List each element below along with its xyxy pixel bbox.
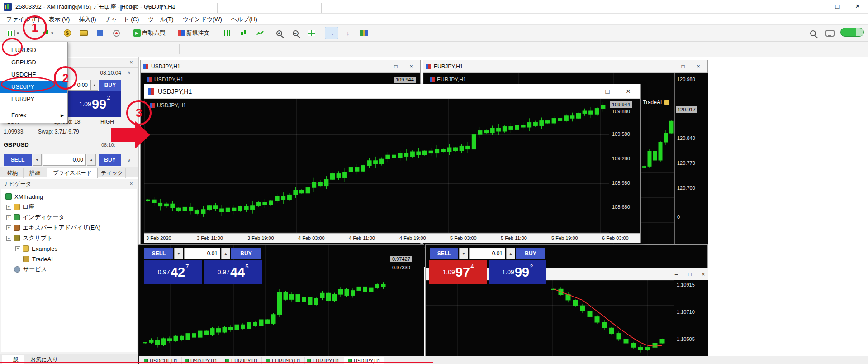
- channel-tool-button[interactable]: ∥: [115, 2, 127, 14]
- tab-ticks[interactable]: ティック: [99, 168, 126, 178]
- price-scale[interactable]: 0.97427 0.97330: [389, 245, 424, 364]
- signals-button[interactable]: [109, 27, 123, 39]
- price-scale[interactable]: 120.980 120.917 120.840 120.770 120.700 …: [674, 73, 708, 267]
- menu-item-eurjpy[interactable]: EURJPY: [0, 93, 67, 105]
- volume-field-2[interactable]: 0.00: [43, 154, 86, 166]
- tree-item-accounts[interactable]: +口座: [6, 202, 34, 211]
- chart-plot-area[interactable]: USDJPY,H1: [144, 99, 609, 233]
- tree-item-services[interactable]: サービス: [14, 265, 47, 274]
- chart-window-eurusd[interactable]: – □ × 1.10915 1.10710 1.10505 SELL ▼ 0.0…: [425, 244, 708, 364]
- order-type-dropdown[interactable]: ▼: [174, 248, 183, 259]
- volume-field[interactable]: 0.01: [469, 248, 505, 259]
- line-chart-mode-button[interactable]: [253, 27, 267, 39]
- expand-toggle-icon[interactable]: +: [6, 225, 11, 230]
- price-scale[interactable]: 109.944 109.880 109.580 109.280 108.980 …: [609, 99, 640, 233]
- window-close-button[interactable]: ×: [848, 0, 868, 13]
- shapes-tool-button[interactable]: ◻: [142, 2, 154, 14]
- chart-close-button[interactable]: ×: [405, 62, 417, 72]
- sell-button[interactable]: SELL: [4, 154, 32, 166]
- expand-toggle-icon[interactable]: +: [6, 215, 11, 220]
- volume-up-stepper-2[interactable]: ▲: [87, 154, 96, 166]
- buy-button[interactable]: BUY: [516, 248, 545, 259]
- scroll-up-icon[interactable]: ∧: [127, 70, 131, 76]
- navigator-close-button[interactable]: ×: [128, 180, 135, 187]
- chart-minimize-button[interactable]: –: [578, 86, 595, 96]
- volume-up-stepper[interactable]: ▲: [221, 248, 230, 259]
- price-scale[interactable]: 1.10915 1.10710 1.10505: [674, 280, 708, 364]
- arrange-vertical-button[interactable]: ↓: [341, 27, 355, 39]
- bar-chart-mode-button[interactable]: [221, 27, 234, 39]
- order-type-dropdown[interactable]: ▼: [33, 154, 42, 166]
- chart-close-button[interactable]: ×: [620, 86, 637, 96]
- chart-close-button[interactable]: ×: [692, 62, 705, 72]
- chart-maximize-button[interactable]: □: [389, 62, 402, 72]
- buy-price-button[interactable]: 1.09992: [489, 260, 546, 284]
- fibonacci-tool-button[interactable]: F: [128, 2, 140, 14]
- window-minimize-button[interactable]: –: [807, 0, 827, 13]
- menu-help[interactable]: ヘルプ(H): [227, 14, 262, 25]
- chart-window-titlebar[interactable]: EURJPY,H1 – □ ×: [423, 60, 707, 73]
- chart-maximize-button[interactable]: □: [683, 269, 696, 279]
- arrange-horizontal-button[interactable]: →: [325, 27, 338, 39]
- volume-up-stepper[interactable]: ▲: [506, 248, 515, 259]
- sell-price-button[interactable]: 0.97427: [144, 260, 202, 284]
- buy-button[interactable]: BUY: [231, 248, 261, 259]
- search-button[interactable]: [806, 27, 820, 39]
- window-restore-button[interactable]: □: [827, 0, 847, 13]
- sell-button[interactable]: SELL: [144, 248, 173, 259]
- volume-up-stepper[interactable]: ▲: [90, 80, 98, 91]
- gold-button[interactable]: [77, 27, 90, 39]
- chat-button[interactable]: [822, 27, 838, 39]
- chart-window-titlebar[interactable]: USDJPY,H1 – □ ×: [141, 60, 420, 73]
- tile-windows-button[interactable]: [305, 27, 318, 39]
- tree-item-xmtrading[interactable]: XMTrading: [5, 192, 43, 201]
- chart-minimize-button[interactable]: –: [374, 62, 387, 72]
- new-chart-button[interactable]: ▼: [3, 27, 24, 39]
- new-order-button[interactable]: 新規注文: [172, 27, 215, 39]
- indicator-list-button[interactable]: [357, 27, 371, 39]
- tab-details[interactable]: 詳細: [24, 168, 46, 178]
- expand-toggle-icon[interactable]: +: [15, 246, 20, 251]
- candle-chart-mode-button[interactable]: [237, 27, 251, 39]
- deposit-button[interactable]: $: [61, 27, 74, 39]
- chart-close-button[interactable]: ×: [697, 269, 710, 279]
- menu-chart[interactable]: チャート (C): [101, 14, 144, 25]
- expand-toggle-icon[interactable]: +: [6, 205, 11, 210]
- auto-trading-button[interactable]: ▶自動売買: [128, 27, 170, 39]
- menu-item-gbpusd[interactable]: GBPUSD: [0, 56, 67, 68]
- tree-item-indicators[interactable]: +インディケータ: [6, 213, 65, 222]
- chart-minimize-button[interactable]: –: [661, 62, 674, 72]
- chart-window-usdchf[interactable]: 0.97427 0.97330 SELL ▼ 0.01 ▲ BUY 0.9742…: [138, 244, 424, 364]
- symbol-name[interactable]: GBPUSD: [4, 141, 29, 148]
- menu-insert[interactable]: 挿入(I): [74, 14, 100, 25]
- menu-window[interactable]: ウインドウ(W): [178, 14, 226, 25]
- time-scale[interactable]: 3 Feb 2020 3 Feb 11:00 3 Feb 19:00 4 Feb…: [144, 233, 640, 243]
- tab-symbols[interactable]: 銘柄: [2, 168, 24, 178]
- buy-price-button[interactable]: 0.97445: [204, 260, 262, 284]
- tradeai-object-label[interactable]: TradeAI: [643, 99, 669, 105]
- chart-maximize-button[interactable]: □: [599, 86, 616, 96]
- tab-priceboard[interactable]: プライスボード: [47, 168, 98, 178]
- sell-button[interactable]: SELL: [430, 248, 458, 259]
- text-tool-button[interactable]: T: [156, 2, 167, 14]
- tree-item-experts[interactable]: +エキスパートアドバイザ(EA): [6, 223, 100, 232]
- tree-item-tradeai[interactable]: TradeAI: [23, 254, 53, 263]
- menu-view[interactable]: 表示 (V): [44, 14, 74, 25]
- menu-item-forex[interactable]: Forex▶: [0, 109, 67, 121]
- chart-window-usdjpy-popup[interactable]: USDJPY,H1 – □ × USDJPY,H1 109.944 109.88…: [144, 84, 641, 243]
- chart-minimize-button[interactable]: –: [670, 269, 683, 279]
- tree-item-examples[interactable]: +Examples: [15, 244, 57, 253]
- zoom-in-button[interactable]: +: [272, 27, 286, 39]
- cursor-tool-button[interactable]: ↖: [71, 2, 82, 14]
- market-watch-close-button[interactable]: ×: [128, 59, 135, 66]
- buy-label-button[interactable]: BUY: [99, 80, 121, 91]
- tree-item-scripts[interactable]: −スクリプト: [6, 234, 53, 243]
- chart-plot-area[interactable]: [426, 280, 674, 364]
- trendline-tool-button[interactable]: /: [101, 2, 113, 14]
- volume-field[interactable]: 0.01: [184, 248, 220, 259]
- collapse-toggle-icon[interactable]: −: [6, 236, 11, 241]
- chart-maximize-button[interactable]: □: [677, 62, 689, 72]
- chart-window-titlebar[interactable]: USDJPY,H1 – □ ×: [144, 84, 640, 99]
- menu-tools[interactable]: ツール(T): [143, 14, 178, 25]
- crosshair-tool-button[interactable]: +: [85, 2, 97, 14]
